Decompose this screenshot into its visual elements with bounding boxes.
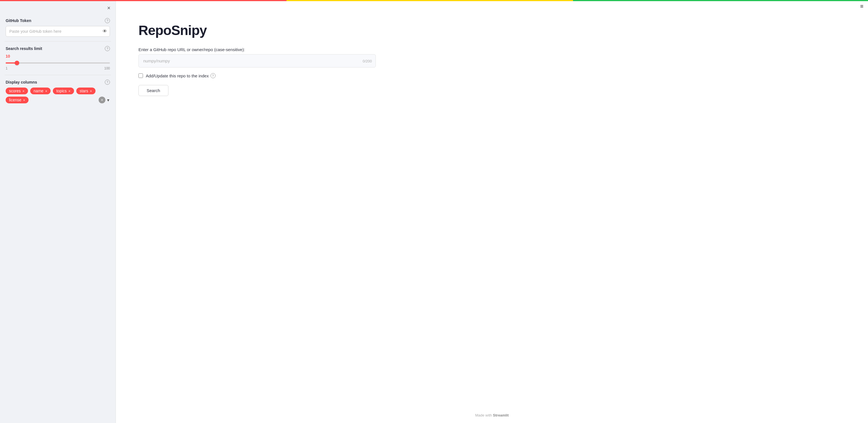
add-update-help-icon[interactable]: ?	[211, 73, 216, 78]
tag-label-scores: scores	[9, 89, 21, 93]
slider-wrapper	[6, 60, 110, 65]
main-content: ≡ RepoSnipy Enter a GitHub repo URL or o…	[116, 0, 868, 423]
repo-input-label: Enter a GitHub repo URL or owner/repo (c…	[138, 47, 376, 52]
tag-license: license×	[6, 97, 29, 103]
tag-scores: scores×	[6, 88, 28, 94]
sidebar: × GitHub Token ? 👁 Search results limit …	[0, 0, 116, 423]
tags-area: scores×name×topics×stars×license× × ▾	[6, 88, 110, 103]
app-title: RepoSnipy	[138, 23, 376, 38]
tag-label-license: license	[9, 98, 22, 102]
tag-remove-license[interactable]: ×	[23, 98, 25, 102]
display-columns-section: Display columns ? scores×name×topics×sta…	[4, 75, 111, 108]
github-token-section: GitHub Token ? 👁	[4, 13, 111, 41]
slider-value: 10	[6, 54, 110, 59]
search-results-limit-title: Search results limit	[6, 46, 42, 51]
tag-remove-topics[interactable]: ×	[68, 89, 71, 93]
search-results-limit-section: Search results limit ? 10 1 100	[4, 41, 111, 75]
display-columns-help-icon[interactable]: ?	[105, 79, 110, 85]
footer: Made with Streamlit	[116, 408, 868, 423]
hamburger-button[interactable]: ≡	[860, 3, 864, 9]
tag-topics: topics×	[53, 88, 74, 94]
github-token-input[interactable]	[6, 26, 110, 37]
github-token-title: GitHub Token	[6, 18, 31, 23]
slider-max-label: 100	[104, 66, 110, 70]
close-sidebar-button[interactable]: ×	[106, 4, 112, 12]
add-update-checkbox[interactable]	[138, 73, 143, 78]
tag-name: name×	[30, 88, 51, 94]
tag-remove-stars[interactable]: ×	[90, 89, 92, 93]
slider-labels: 1 100	[6, 66, 110, 70]
eye-icon[interactable]: 👁	[102, 29, 107, 34]
tag-stars: stars×	[76, 88, 95, 94]
main-body: RepoSnipy Enter a GitHub repo URL or own…	[116, 0, 398, 408]
char-count: 0/200	[363, 59, 372, 63]
display-columns-title: Display columns	[6, 80, 37, 85]
github-token-header: GitHub Token ?	[6, 18, 110, 23]
footer-prefix: Made with	[475, 413, 492, 417]
display-columns-header: Display columns ?	[6, 79, 110, 85]
slider-min-label: 1	[6, 66, 8, 70]
clear-tags-button[interactable]: ×	[99, 97, 105, 103]
search-results-limit-help-icon[interactable]: ?	[105, 46, 110, 51]
tag-remove-name[interactable]: ×	[45, 89, 48, 93]
github-token-help-icon[interactable]: ?	[105, 18, 110, 23]
token-input-wrapper: 👁	[6, 26, 110, 37]
results-limit-slider[interactable]	[6, 62, 110, 64]
add-update-label[interactable]: Add/Update this repo to the index ?	[146, 73, 216, 78]
search-results-limit-header: Search results limit ?	[6, 46, 110, 51]
repo-input-wrapper: 0/200	[138, 54, 376, 67]
tag-label-topics: topics	[56, 89, 67, 93]
tag-label-name: name	[34, 89, 43, 93]
footer-brand: Streamlit	[493, 413, 509, 417]
tags-dropdown-button[interactable]: ▾	[106, 97, 110, 103]
search-button[interactable]: Search	[138, 85, 168, 96]
tag-label-stars: stars	[80, 89, 88, 93]
add-update-row: Add/Update this repo to the index ?	[138, 73, 376, 78]
repo-input[interactable]	[138, 54, 376, 67]
tag-remove-scores[interactable]: ×	[22, 89, 25, 93]
